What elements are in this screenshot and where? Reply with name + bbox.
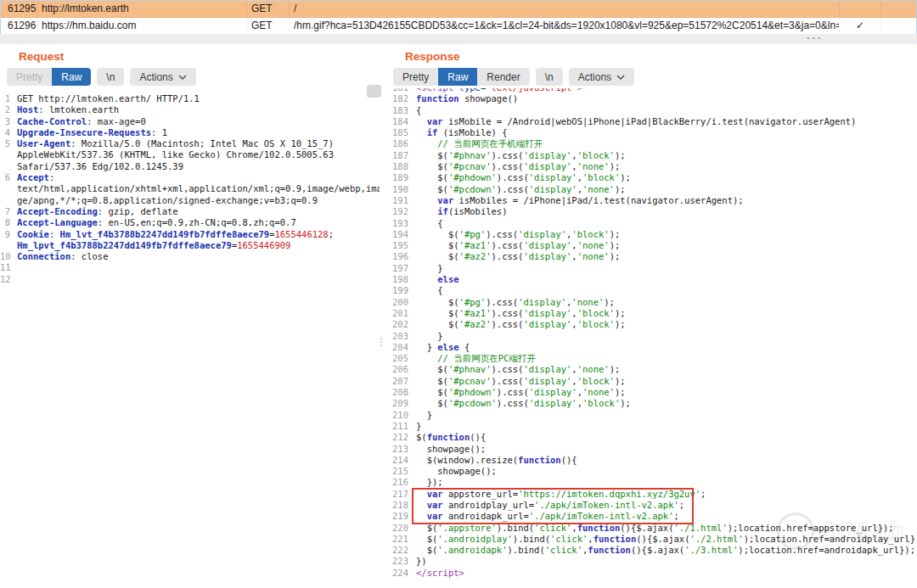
line-number: 201 xyxy=(386,308,408,319)
request-id-cell: 61296 xyxy=(1,18,38,34)
code-line: 194 $('#pg').css('display','block'); xyxy=(386,229,917,240)
url-cell: /hm.gif?hca=513D426155CBDD53&cc=1&ck=1&c… xyxy=(290,18,840,34)
chevron-down-icon xyxy=(178,75,187,80)
code-line: 184 var isMobile = /Android|webOS|iPhone… xyxy=(386,116,917,127)
code-line: 199 { xyxy=(386,285,917,296)
http-history-table[interactable]: 61295http://lmtoken.earthGET/61296https:… xyxy=(0,0,917,36)
actions-button[interactable]: Actions xyxy=(569,68,634,86)
method-cell: GET xyxy=(247,18,290,34)
line-number: 2 xyxy=(0,104,10,115)
line-number xyxy=(0,183,10,194)
splitter-handle-icon[interactable]: ··· xyxy=(807,31,823,44)
tab-newline[interactable]: \n xyxy=(97,68,124,86)
line-number: 185 xyxy=(386,127,408,138)
line-number: 182 xyxy=(386,93,408,104)
code-line: 8Accept-Language: en-US,en;q=0.9,zh-CN;q… xyxy=(0,217,380,228)
line-number: 212 xyxy=(386,432,408,443)
code-line: 190 $('#pcdown').css('display','none'); xyxy=(386,184,917,195)
code-line: 3Cache-Control: max-age=0 xyxy=(0,116,380,127)
code-line: 202 $('#az2').css('display','block'); xyxy=(386,319,917,330)
line-number: 222 xyxy=(386,545,408,556)
code-line: 201 $('#az1').css('display','block'); xyxy=(386,308,917,319)
line-number: 214 xyxy=(386,455,408,466)
vertical-splitter-handle[interactable]: ⋮ xyxy=(376,339,381,345)
response-title: Response xyxy=(405,50,917,63)
code-line: 204 } else { xyxy=(386,342,917,353)
line-number: 5 xyxy=(0,138,10,149)
response-tabbar: Pretty Raw Render \n Actions xyxy=(393,68,634,86)
line-number: 210 xyxy=(386,410,408,421)
code-line: 207 $('#pcnav').css('display','block'); xyxy=(386,376,917,387)
code-line: 193 { xyxy=(386,218,917,229)
request-panel: Request Pretty Raw \n Actions 1GET http:… xyxy=(0,44,380,588)
history-row[interactable]: 61295http://lmtoken.earthGET/ xyxy=(1,1,916,18)
actions-button[interactable]: Actions xyxy=(130,68,195,86)
code-line: 198 else xyxy=(386,274,917,285)
response-panel: Response Pretty Raw Render \n Actions 18… xyxy=(386,44,917,588)
code-line: 12 xyxy=(0,274,380,285)
line-number: 184 xyxy=(386,116,408,127)
host-cell: http://lmtoken.earth xyxy=(38,1,247,17)
line-number xyxy=(0,240,10,251)
tab-raw[interactable]: Raw xyxy=(438,68,477,86)
code-line: 192 if(isMobiles) xyxy=(386,206,917,217)
request-editor[interactable]: 1GET http://lmtoken.earth/ HTTP/1.12Host… xyxy=(0,88,380,588)
line-number: 7 xyxy=(0,206,10,217)
host-cell: https://hm.baidu.com xyxy=(38,18,247,34)
line-number: 189 xyxy=(386,172,408,183)
code-line: Safari/537.36 Edg/102.0.1245.39 xyxy=(0,161,380,172)
line-number: 196 xyxy=(386,251,408,262)
line-number: 221 xyxy=(386,534,408,545)
line-number xyxy=(0,195,10,206)
tab-pretty[interactable]: Pretty xyxy=(393,68,438,86)
line-number: 197 xyxy=(386,263,408,274)
code-line: 195 $('#az1').css('display','none'); xyxy=(386,240,917,251)
tab-pretty[interactable]: Pretty xyxy=(7,68,52,86)
line-number: 186 xyxy=(386,138,408,149)
line-number: 4 xyxy=(0,127,10,138)
code-line: 11 xyxy=(0,262,380,273)
code-line: 206 $('#phnav').css('display','none'); xyxy=(386,364,917,375)
code-line: text/html,application/xhtml+xml,applicat… xyxy=(0,183,380,194)
request-title: Request xyxy=(19,50,380,63)
line-number: 6 xyxy=(0,172,10,183)
tab-render[interactable]: Render xyxy=(477,68,529,86)
line-number: 202 xyxy=(386,319,408,330)
request-scrollbar-thumb[interactable] xyxy=(367,85,381,98)
tab-newline[interactable]: \n xyxy=(536,68,563,86)
line-number: 216 xyxy=(386,477,408,488)
line-number: 219 xyxy=(386,511,408,522)
line-number: 217 xyxy=(386,489,408,500)
code-line: 196 $('#az2').css('display','none'); xyxy=(386,251,917,262)
line-number: 183 xyxy=(386,105,408,116)
line-number: 191 xyxy=(386,195,408,206)
history-row[interactable]: 61296https://hm.baidu.comGET/hm.gif?hca=… xyxy=(1,18,916,35)
code-line: 10Connection: close xyxy=(0,251,380,262)
horizontal-splitter[interactable]: ··· xyxy=(0,34,917,44)
code-line: 4Upgrade-Insecure-Requests: 1 xyxy=(0,127,380,138)
code-line: 1GET http://lmtoken.earth/ HTTP/1.1 xyxy=(0,93,380,104)
line-number: 203 xyxy=(386,331,408,342)
code-line: 218 var androidplay_url='./apk/imToken-i… xyxy=(386,500,917,511)
tab-raw[interactable]: Raw xyxy=(52,68,91,86)
line-number: 211 xyxy=(386,421,408,432)
code-line: ge/apng,*/*;q=0.8,application/signed-exc… xyxy=(0,195,380,206)
code-line: 224</script> xyxy=(386,568,917,579)
code-line: 208 $('#phdown').css('display','none'); xyxy=(386,387,917,398)
line-number: 8 xyxy=(0,217,10,228)
code-line: 210 } xyxy=(386,410,917,421)
code-line: 191 var isMobiles = /iPhone|iPad/i.test(… xyxy=(386,195,917,206)
code-line: 188 $('#pcnav').css('display','none'); xyxy=(386,161,917,172)
line-number: 193 xyxy=(386,218,408,229)
code-line: 9Cookie: Hm_lvt_f4b3788b2247dd149fb7fdff… xyxy=(0,229,380,240)
code-line: 215 showpage(); xyxy=(386,466,917,477)
line-number: 209 xyxy=(386,398,408,409)
line-number: 12 xyxy=(0,274,10,285)
response-editor[interactable]: 181<script type="text/javascript">182fun… xyxy=(386,88,917,588)
line-number: 223 xyxy=(386,556,408,567)
line-number xyxy=(0,149,10,160)
code-line: 213 showpage(); xyxy=(386,444,917,455)
edited-check-cell xyxy=(840,1,881,17)
burp-proxy-window: 61295http://lmtoken.earthGET/61296https:… xyxy=(0,0,917,588)
chevron-down-icon xyxy=(616,75,625,80)
